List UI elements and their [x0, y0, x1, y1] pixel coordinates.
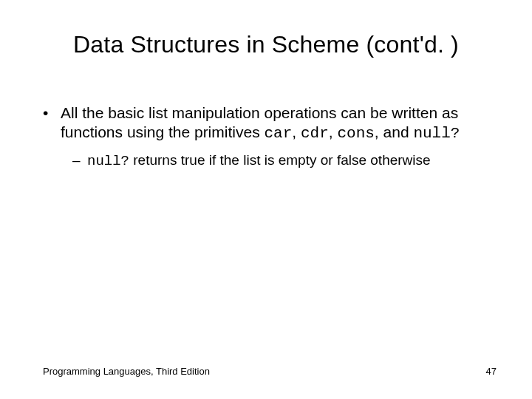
bullet-level-1: • All the basic list manipulation operat…	[43, 103, 494, 144]
bullet-level-2: – null? returns true if the list is empt…	[72, 151, 494, 171]
text-segment: , and	[375, 123, 414, 140]
bullet-marker: –	[72, 151, 87, 171]
code-cons: cons	[337, 125, 374, 142]
slide-title: Data Structures in Scheme (cont'd. )	[0, 31, 532, 58]
bullet-marker: •	[43, 103, 61, 144]
code-cdr: cdr	[301, 125, 329, 142]
page-number: 47	[486, 366, 497, 377]
code-null: null?	[87, 153, 129, 169]
slide: Data Structures in Scheme (cont'd. ) • A…	[0, 0, 532, 399]
slide-body: • All the basic list manipulation operat…	[43, 103, 494, 170]
bullet-content: All the basic list manipulation operatio…	[61, 103, 494, 144]
code-null: null?	[413, 125, 460, 142]
footer-source: Programming Languages, Third Edition	[43, 366, 210, 377]
code-car: car	[264, 125, 292, 142]
text-segment: returns true if the list is empty or fal…	[129, 152, 431, 168]
text-segment: ,	[329, 123, 338, 140]
bullet-content: null? returns true if the list is empty …	[87, 151, 494, 171]
text-segment: ,	[292, 123, 301, 140]
